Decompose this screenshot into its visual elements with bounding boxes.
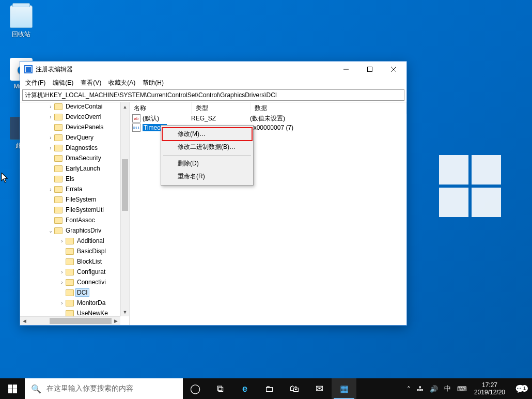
tree-vertical-scrollbar[interactable]: ▲ ▼ [120, 102, 129, 316]
column-type[interactable]: 类型 [192, 102, 251, 114]
taskbar-store[interactable]: 🛍 [282, 378, 307, 399]
minimize-button[interactable] [334, 62, 358, 77]
chevron-icon[interactable]: › [47, 145, 54, 151]
maximize-button[interactable] [358, 62, 382, 77]
menu-view[interactable]: 查看(V) [77, 78, 104, 88]
chevron-icon[interactable]: › [47, 135, 54, 141]
chevron-icon[interactable]: › [58, 300, 66, 306]
menu-edit[interactable]: 编辑(E) [50, 78, 76, 88]
chevron-icon[interactable]: › [47, 114, 54, 120]
address-bar[interactable]: 计算机\HKEY_LOCAL_MACHINE\SYSTEM\CurrentCon… [22, 89, 404, 101]
menu-favorites[interactable]: 收藏夹(A) [105, 78, 138, 88]
tree-item-label: Els [65, 175, 75, 182]
folder-icon [54, 207, 62, 213]
tree-item-monitorda[interactable]: ›MonitorDa [20, 298, 129, 308]
tree-item-label: Diagnostics [65, 144, 99, 151]
tree-item-label: BasicDispl [76, 248, 107, 255]
tree-item-additional[interactable]: ›Additional [20, 236, 129, 246]
tray-clock[interactable]: 17:27 2019/12/20 [470, 381, 509, 396]
scroll-right-button[interactable]: ▶ [112, 317, 120, 325]
taskbar-regedit[interactable]: ▦ [332, 378, 356, 399]
folder-icon [54, 114, 62, 120]
tree-item-diagnostics[interactable]: ›Diagnostics [20, 143, 129, 153]
scroll-down-button[interactable]: ▼ [121, 308, 129, 316]
context-rename[interactable]: 重命名(R) [162, 170, 252, 183]
context-modify-binary[interactable]: 修改二进制数据(B)… [162, 141, 252, 154]
tree-item-configurat[interactable]: ›Configurat [20, 267, 129, 277]
tray-keyboard-icon[interactable]: ⌨ [454, 378, 470, 399]
desktop-recycle-bin[interactable]: 回收站 [3, 5, 39, 39]
tree-item-basicdispl[interactable]: BasicDispl [20, 246, 129, 256]
tree-item-devquery[interactable]: ›DevQuery [20, 132, 129, 143]
folder-icon [54, 155, 62, 162]
tree-item-blocklist[interactable]: BlockList [20, 256, 129, 267]
tree-item-label: Additional [76, 237, 105, 244]
folder-icon [66, 238, 74, 244]
task-view-button[interactable]: ⧉ [208, 378, 232, 399]
tray-volume-icon[interactable]: 🔊 [427, 378, 441, 399]
chevron-icon[interactable]: › [47, 187, 54, 192]
scroll-thumb[interactable] [122, 159, 128, 211]
tree-horizontal-scrollbar[interactable]: ◀ ▶ [20, 316, 120, 325]
tree-item-deviceoverri[interactable]: ›DeviceOverri [20, 112, 129, 122]
folder-icon [66, 289, 74, 296]
scroll-thumb-h[interactable] [50, 318, 112, 324]
cortana-button[interactable]: ◯ [183, 378, 208, 399]
menu-help[interactable]: 帮助(H) [139, 78, 167, 88]
scroll-up-button[interactable]: ▲ [121, 102, 129, 111]
mouse-cursor [1, 173, 9, 183]
scroll-left-button[interactable]: ◀ [20, 317, 29, 325]
taskbar-edge[interactable]: e [232, 378, 257, 399]
tree-item-dmasecurity[interactable]: DmaSecurity [20, 153, 129, 163]
folder-icon [54, 227, 62, 234]
start-button[interactable] [0, 378, 25, 399]
tree-item-fontassoc[interactable]: FontAssoc [20, 215, 129, 225]
windows-icon [8, 385, 17, 393]
menu-file[interactable]: 文件(F) [22, 78, 49, 88]
chevron-icon[interactable]: › [58, 269, 66, 275]
column-name[interactable]: 名称 [130, 102, 192, 114]
context-separator [163, 155, 251, 156]
folder-icon [54, 165, 62, 172]
taskbar-file-explorer[interactable]: 🗀 [257, 378, 282, 399]
tree-item-els[interactable]: Els [20, 174, 129, 184]
folder-icon [66, 258, 74, 265]
tree-item-connectivi[interactable]: ›Connectivi [20, 277, 129, 287]
tree-item-filesystemuti[interactable]: FileSystemUti [20, 205, 129, 215]
titlebar[interactable]: 注册表编辑器 [20, 62, 406, 77]
values-pane[interactable]: 名称 类型 数据 ab(默认)REG_SZ(数值未设置)011TimeoutRE… [130, 102, 406, 325]
tray-overflow[interactable]: ˄ [404, 378, 414, 399]
tree-item-errata[interactable]: ›Errata [20, 184, 129, 194]
taskbar-search[interactable]: 🔍 在这里输入你要搜索的内容 [25, 378, 183, 399]
folder-icon [54, 124, 62, 131]
context-menu: 修改(M)… 修改二进制数据(B)… 删除(D) 重命名(R) [161, 125, 254, 186]
tray-ime[interactable]: 中 [441, 378, 454, 399]
tree-item-graphicsdriv[interactable]: ⌄GraphicsDriv [20, 225, 129, 236]
chevron-icon[interactable]: › [47, 104, 54, 110]
menubar: 文件(F) 编辑(E) 查看(V) 收藏夹(A) 帮助(H) [20, 77, 406, 88]
chevron-icon[interactable]: › [58, 238, 66, 244]
tree-item-earlylaunch[interactable]: EarlyLaunch [20, 163, 129, 174]
action-center-button[interactable]: 💬1 [509, 384, 531, 394]
tree-item-label: DeviceContai [65, 103, 103, 110]
close-button[interactable] [382, 62, 405, 77]
column-data[interactable]: 数据 [251, 102, 406, 114]
list-header[interactable]: 名称 类型 数据 [130, 102, 406, 114]
tray-time: 17:27 [474, 381, 505, 389]
tree-item-dci[interactable]: DCI [20, 287, 129, 298]
context-delete[interactable]: 删除(D) [162, 157, 252, 170]
tree-item-label: Connectivi [76, 279, 107, 286]
chevron-icon[interactable]: › [58, 280, 66, 285]
taskbar-mail[interactable]: ✉ [307, 378, 332, 399]
folder-icon [54, 134, 62, 141]
tree-pane[interactable]: ›DeviceContai›DeviceOverriDevicePanels›D… [20, 102, 130, 325]
value-name: (默认) [143, 114, 191, 123]
tree-item-devicepanels[interactable]: DevicePanels [20, 122, 129, 132]
value-row[interactable]: ab(默认)REG_SZ(数值未设置) [130, 114, 406, 123]
tree-item-filesystem[interactable]: FileSystem [20, 194, 129, 205]
context-modify[interactable]: 修改(M)… [162, 128, 252, 141]
tree-item-devicecontai[interactable]: ›DeviceContai [20, 102, 129, 112]
tree-item-label: BlockList [76, 258, 103, 265]
chevron-icon[interactable]: ⌄ [47, 228, 54, 234]
tray-network-icon[interactable]: 🖧 [414, 378, 427, 399]
